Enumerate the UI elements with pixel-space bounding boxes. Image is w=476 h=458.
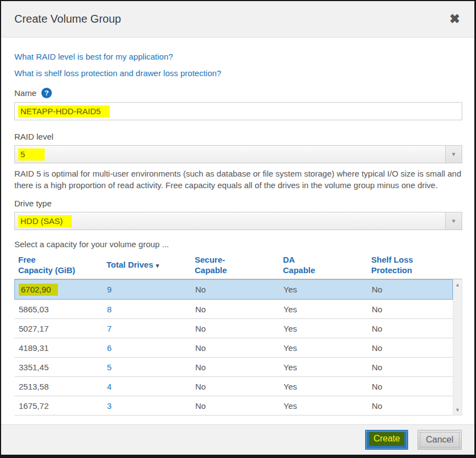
dialog-title: Create Volume Group xyxy=(14,13,121,25)
cancel-button[interactable]: Cancel xyxy=(418,430,462,450)
capacity-table: Free Capacity (GiB) Total Drives▾ Secure… xyxy=(14,251,462,416)
total-drives-link[interactable]: 3 xyxy=(103,401,191,411)
table-header: Free Capacity (GiB) Total Drives▾ Secure… xyxy=(14,251,462,279)
close-icon[interactable]: ✖ xyxy=(450,13,460,25)
drive-type-label: Drive type xyxy=(14,199,462,208)
total-drives-link[interactable]: 8 xyxy=(103,305,191,314)
total-drives-link[interactable]: 6 xyxy=(103,343,191,353)
scroll-up-icon[interactable]: ▲ xyxy=(455,280,460,290)
table-row-selected[interactable]: 6702,90 9 No Yes No xyxy=(14,279,453,300)
table-row[interactable]: 1675,72 3 No Yes No xyxy=(14,396,453,416)
total-drives-link[interactable]: 9 xyxy=(103,285,191,294)
column-header-secure-capable[interactable]: Secure- Capable xyxy=(191,251,279,279)
column-header-total-drives[interactable]: Total Drives▾ xyxy=(103,251,191,279)
raid-level-value-highlighted: 5 xyxy=(18,148,45,161)
name-value-highlighted: NETAPP-HDD-RAID5 xyxy=(18,105,110,118)
dialog-footer: Create Cancel xyxy=(1,424,474,455)
create-button-label-highlighted: Create xyxy=(369,432,404,446)
help-icon[interactable]: ? xyxy=(41,88,52,98)
shelf-loss-help-link[interactable]: What is shelf loss protection and drawer… xyxy=(14,68,462,78)
column-header-free-capacity[interactable]: Free Capacity (GiB) xyxy=(14,251,103,279)
table-row[interactable]: 3351,45 5 No Yes No xyxy=(14,358,453,377)
column-header-da-capable[interactable]: DA Capable xyxy=(279,251,367,279)
sort-desc-icon: ▾ xyxy=(156,262,159,269)
table-row[interactable]: 5027,17 7 No Yes No xyxy=(14,319,453,338)
name-input[interactable]: NETAPP-HDD-RAID5 xyxy=(14,102,462,120)
total-drives-link[interactable]: 5 xyxy=(103,363,191,372)
raid-level-label: RAID level xyxy=(14,132,462,141)
column-header-shelf-loss-protection[interactable]: Shelf Loss Protection xyxy=(367,251,453,279)
drive-type-dropdown-button[interactable]: ▼ xyxy=(445,212,462,230)
dialog-body: What RAID level is best for my applicati… xyxy=(1,38,474,424)
table-body: 6702,90 9 No Yes No 5865,03 8 No Yes No … xyxy=(14,279,462,416)
table-row[interactable]: 2513,58 4 No Yes No xyxy=(14,377,453,396)
raid-description: RAID 5 is optimal for multi-user environ… xyxy=(14,168,462,191)
raid-level-dropdown-button[interactable]: ▼ xyxy=(445,146,462,163)
table-scrollbar[interactable]: ▲ ▼ xyxy=(453,279,462,416)
scroll-down-icon[interactable]: ▼ xyxy=(455,405,460,415)
raid-level-help-link[interactable]: What RAID level is best for my applicati… xyxy=(14,52,462,61)
raid-level-select[interactable]: 5 ▼ xyxy=(14,145,462,163)
create-volume-group-dialog: Create Volume Group ✖ What RAID level is… xyxy=(0,0,476,458)
chevron-down-icon: ▼ xyxy=(451,218,457,224)
table-row[interactable]: 4189,31 6 No Yes No xyxy=(14,338,453,358)
table-row[interactable]: 5865,03 8 No Yes No xyxy=(14,300,453,319)
drive-type-value-highlighted: HDD (SAS) xyxy=(18,215,72,227)
capacity-prompt: Select a capacity for your volume group … xyxy=(14,239,462,249)
drive-type-select[interactable]: HDD (SAS) ▼ xyxy=(14,212,462,230)
create-button[interactable]: Create xyxy=(365,430,408,450)
free-capacity-highlighted: 6702,90 xyxy=(19,284,58,296)
dialog-header: Create Volume Group ✖ xyxy=(1,1,474,38)
total-drives-link[interactable]: 7 xyxy=(103,324,191,333)
name-label: Name xyxy=(14,88,36,98)
chevron-down-icon: ▼ xyxy=(451,151,457,157)
total-drives-link[interactable]: 4 xyxy=(103,382,191,391)
